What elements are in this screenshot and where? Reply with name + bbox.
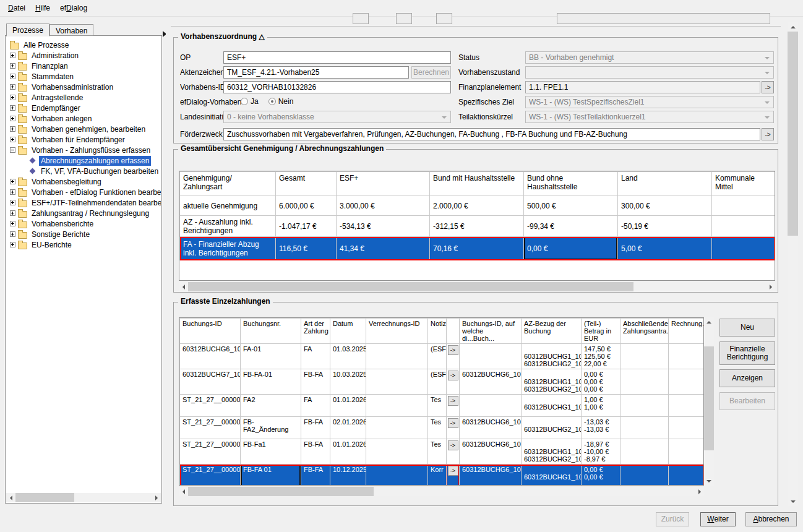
tree-item-stammdaten[interactable]: Stammdaten — [6, 71, 161, 82]
tree-item-label[interactable]: Finanzplan — [30, 61, 70, 71]
expand-plus-icon[interactable] — [10, 95, 15, 100]
finanzplanelement-goto-button[interactable]: -> — [762, 81, 774, 93]
neu-button[interactable]: Neu — [719, 319, 775, 337]
scroll-left-icon[interactable] — [179, 487, 188, 496]
table-row[interactable]: 60312BUCHG7_1013 FB-FA-01 FB-FA 10.03.20… — [180, 369, 704, 395]
expand-plus-icon[interactable] — [10, 137, 15, 142]
notiz-detail-button[interactable]: -> — [448, 371, 458, 380]
sidebar-horizontal-scrollbar[interactable] — [6, 493, 161, 502]
collapse-minus-icon[interactable] — [10, 147, 15, 153]
expand-plus-icon[interactable] — [10, 84, 15, 90]
expand-plus-icon[interactable] — [10, 74, 15, 79]
table-row-aktuelle-genehmigung[interactable]: aktuelle Genehmigung 6.000,00 € 3.000,00… — [180, 195, 775, 216]
tree-item-abrechnungszahlungen-erfassen[interactable]: Abrechnungszahlungen erfassen — [6, 155, 161, 166]
tree-item-zahlungsfluesse-erfassen[interactable]: Vorhaben - Zahlungsflüsse erfassen — [6, 145, 161, 155]
menu-datei[interactable]: Datei — [3, 0, 30, 16]
notiz-detail-button[interactable]: -> — [448, 345, 458, 355]
tree-item-teilnehmendendaten[interactable]: ESF+/JTF-Teilnehmendendaten bearbeiten — [6, 197, 161, 208]
tree-item-vorhabensberichte[interactable]: Vorhabensberichte — [6, 218, 161, 229]
expand-plus-icon[interactable] — [10, 231, 15, 237]
expand-plus-icon[interactable] — [10, 105, 15, 111]
table-row-fa-abzug-selected[interactable]: FA - Finanzieller Abzug inkl. Berichtigu… — [180, 237, 775, 260]
tree-item-label[interactable]: Vorhaben für Endempfänger — [30, 135, 127, 145]
scrollbar-thumb[interactable] — [788, 32, 798, 236]
menu-hilfe[interactable]: Hilfe — [30, 0, 55, 16]
expand-plus-icon[interactable] — [10, 179, 15, 184]
scrollbar-track[interactable] — [704, 327, 714, 476]
tree-item-label[interactable]: Zahlungsantrag / Rechnungslegung — [30, 208, 151, 218]
scroll-down-icon[interactable] — [788, 497, 798, 506]
tree-item-label[interactable]: EU-Berichte — [30, 240, 74, 250]
tree-item-efdialog-funktionen[interactable]: Vorhaben - efDialog Funktionen bearbeite… — [6, 187, 161, 197]
scroll-right-icon[interactable] — [766, 282, 775, 291]
table-row-az-auszahlung[interactable]: AZ - Auszahlung inkl. Berichtigungen -1.… — [180, 216, 775, 237]
tree-item-label[interactable]: FK, VF, VFA-Buchungen bearbeiten — [39, 166, 160, 176]
tree-item-vorhaben-anlegen[interactable]: Vorhaben anlegen — [6, 113, 161, 124]
expand-plus-icon[interactable] — [10, 221, 15, 226]
tree-item-label[interactable]: Vorhabensadministration — [30, 82, 115, 92]
expand-plus-icon[interactable] — [10, 63, 15, 69]
tree-item-label[interactable]: Stammdaten — [30, 72, 75, 82]
expand-plus-icon[interactable] — [10, 53, 15, 58]
tree-item-antragstellende[interactable]: Antragstellende — [6, 92, 161, 103]
table-row[interactable]: ST_21_27__000000 FA2 FA 01.01.2026 Tes -… — [180, 395, 704, 417]
tree-item-vorhaben-genehmigen[interactable]: Vorhaben genehmigen, bearbeiten — [6, 124, 161, 134]
scrollbar-thumb[interactable] — [704, 346, 714, 450]
tree-item-alle-prozesse[interactable]: Alle Prozesse — [6, 40, 161, 50]
tree-item-vorhabensbegleitung[interactable]: Vorhabensbegleitung — [6, 176, 161, 187]
expand-plus-icon[interactable] — [10, 242, 15, 247]
notiz-detail-button[interactable]: -> — [448, 396, 458, 406]
tree-item-label[interactable]: Administration — [30, 51, 80, 61]
tree-item-label[interactable]: Endempfänger — [30, 103, 82, 113]
scrollbar-thumb[interactable] — [15, 493, 74, 502]
tree-item-administration[interactable]: Administration — [6, 50, 161, 61]
scrollbar-track[interactable] — [788, 32, 798, 497]
anzeigen-button[interactable]: Anzeigen — [719, 369, 775, 387]
tree-item-label[interactable]: Vorhaben - Zahlungsflüsse erfassen — [30, 145, 152, 155]
scroll-left-icon[interactable] — [6, 493, 15, 502]
notiz-detail-button[interactable]: -> — [448, 418, 458, 428]
scrollbar-track[interactable] — [15, 493, 152, 502]
tree-item-label[interactable]: Alle Prozesse — [22, 40, 71, 50]
scroll-up-icon[interactable] — [788, 22, 798, 32]
foerderzweck-field[interactable]: Zuschussvorhaben mit Vergabeverfahren, P… — [223, 128, 760, 140]
scrollbar-track[interactable] — [188, 282, 766, 291]
tree-item-label[interactable]: Antragstellende — [30, 93, 85, 103]
tab-prozesse[interactable]: Prozesse — [6, 24, 49, 36]
tree-item-label[interactable]: Vorhaben - efDialog Funktionen bearbeite… — [30, 187, 161, 197]
main-vertical-scrollbar[interactable] — [788, 22, 798, 506]
payments-horizontal-scrollbar[interactable] — [179, 487, 704, 496]
aktenzeichen-field[interactable]: TM_ESF_4.21.-Vorhaben25 — [223, 66, 409, 79]
tree-item-label[interactable]: Vorhabensbegleitung — [30, 177, 103, 187]
expand-plus-icon[interactable] — [10, 189, 15, 195]
abbrechen-button[interactable]: Abbrechen — [745, 512, 797, 526]
tree-item-label[interactable]: Abrechnungszahlungen erfassen — [39, 156, 151, 166]
tree-item-label[interactable]: Vorhaben anlegen — [30, 114, 93, 124]
tree-item-zahlungsantrag[interactable]: Zahlungsantrag / Rechnungslegung — [6, 208, 161, 218]
tree-item-label[interactable]: ESF+/JTF-Teilnehmendendaten bearbeiten — [30, 198, 161, 208]
tree-item-sonstige-berichte[interactable]: Sonstige Berichte — [6, 229, 161, 239]
expand-plus-icon[interactable] — [10, 200, 15, 205]
tab-vorhaben[interactable]: Vorhaben — [49, 24, 93, 36]
scroll-left-icon[interactable] — [179, 282, 188, 291]
notiz-detail-button[interactable]: -> — [448, 466, 458, 476]
tree-item-vorhabensadministration[interactable]: Vorhabensadministration — [6, 82, 161, 92]
payments-vertical-scrollbar[interactable] — [704, 317, 714, 486]
collapse-triangle-icon[interactable]: △ — [259, 32, 264, 41]
scroll-down-icon[interactable] — [704, 476, 714, 486]
menu-efdialog[interactable]: efDialog — [55, 0, 92, 16]
tree-item-endempfaenger[interactable]: Endempfänger — [6, 103, 161, 113]
expand-plus-icon[interactable] — [10, 116, 15, 121]
scroll-right-icon[interactable] — [695, 487, 704, 496]
scrollbar-thumb[interactable] — [188, 487, 374, 496]
table-row[interactable]: ST_21_27__000000 FB-FA2_Änderung FB-FA 0… — [180, 417, 704, 439]
tree-item-vorhaben-fuer-endempfaenger[interactable]: Vorhaben für Endempfänger — [6, 134, 161, 145]
scrollbar-thumb[interactable] — [188, 282, 633, 291]
overview-horizontal-scrollbar[interactable] — [179, 282, 775, 291]
op-field[interactable]: ESF+ — [223, 51, 451, 64]
scrollbar-track[interactable] — [188, 487, 695, 496]
expand-plus-icon[interactable] — [10, 126, 15, 132]
tree-item-fk-vf-vfa-buchungen[interactable]: FK, VF, VFA-Buchungen bearbeiten — [6, 166, 161, 176]
foerderzweck-goto-button[interactable]: -> — [762, 128, 774, 140]
tree-item-label[interactable]: Vorhabensberichte — [30, 219, 95, 229]
